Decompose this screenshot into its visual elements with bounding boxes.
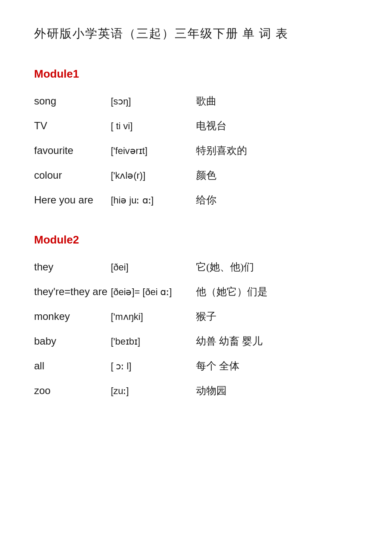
page-title: 外研版小学英语（三起）三年级下册 单 词 表 (34, 26, 358, 42)
vocab-entry: they're=they are[ðeiə]= [ðei ɑː]他（她它）们是 (34, 284, 358, 299)
vocab-meaning: 歌曲 (196, 93, 216, 109)
vocab-meaning: 幼兽 幼畜 婴儿 (196, 334, 262, 349)
vocab-phonetic: ['mʌŋki] (111, 310, 196, 324)
vocab-entry: Here you are[hiə juː ɑː]给你 (34, 192, 358, 208)
vocab-word: colour (34, 168, 111, 183)
vocab-word: song (34, 93, 111, 109)
vocab-phonetic: ['kʌlə(r)] (111, 168, 196, 183)
vocab-entry: TV[ ti vi]电视台 (34, 118, 358, 133)
vocab-meaning: 它(她、他)们 (196, 259, 254, 275)
vocab-word: zoo (34, 383, 111, 398)
vocab-phonetic: [hiə juː ɑː] (111, 193, 196, 207)
vocab-entry: favourite['feivərɪt]特别喜欢的 (34, 143, 358, 158)
vocab-entry: they[ðei]它(她、他)们 (34, 259, 358, 275)
vocab-phonetic: [ðei] (111, 260, 196, 274)
vocab-word: they (34, 259, 111, 275)
vocab-meaning: 动物园 (196, 383, 227, 398)
vocab-meaning: 颜色 (196, 168, 216, 183)
vocab-entry: monkey['mʌŋki]猴子 (34, 309, 358, 324)
vocab-phonetic: ['beɪbɪ] (111, 334, 196, 348)
vocab-meaning: 猴子 (196, 309, 216, 324)
module-section-module1: Module1song[sɔŋ]歌曲TV[ ti vi]电视台favourite… (34, 67, 358, 208)
vocab-entry: baby['beɪbɪ]幼兽 幼畜 婴儿 (34, 334, 358, 349)
vocab-meaning: 特别喜欢的 (196, 143, 247, 158)
vocab-word: TV (34, 118, 111, 133)
vocab-phonetic: [zuː] (111, 384, 196, 398)
vocab-meaning: 电视台 (196, 118, 227, 133)
vocab-entry: song[sɔŋ]歌曲 (34, 93, 358, 109)
modules-container: Module1song[sɔŋ]歌曲TV[ ti vi]电视台favourite… (34, 67, 358, 398)
vocab-word: all (34, 358, 111, 374)
vocab-entry: colour['kʌlə(r)]颜色 (34, 168, 358, 183)
vocab-word: favourite (34, 143, 111, 158)
vocab-meaning: 他（她它）们是 (196, 284, 268, 299)
vocab-entry: zoo[zuː]动物园 (34, 383, 358, 398)
vocab-entry: all[ ɔː l]每个 全体 (34, 358, 358, 374)
vocab-phonetic: ['feivərɪt] (111, 144, 196, 158)
module-title-module2: Module2 (34, 233, 358, 247)
vocab-word: baby (34, 334, 111, 349)
vocab-phonetic: [ðeiə]= [ðei ɑː] (111, 285, 196, 299)
vocab-phonetic: [ ti vi] (111, 119, 196, 133)
vocab-phonetic: [ ɔː l] (111, 359, 196, 373)
vocab-meaning: 给你 (196, 192, 216, 208)
vocab-word: monkey (34, 309, 111, 324)
module-title-module1: Module1 (34, 67, 358, 81)
vocab-meaning: 每个 全体 (196, 358, 239, 374)
module-section-module2: Module2they[ðei]它(她、他)们they're=they are[… (34, 233, 358, 398)
vocab-word: they're=they are (34, 284, 111, 299)
vocab-word: Here you are (34, 192, 111, 208)
vocab-phonetic: [sɔŋ] (111, 94, 196, 108)
